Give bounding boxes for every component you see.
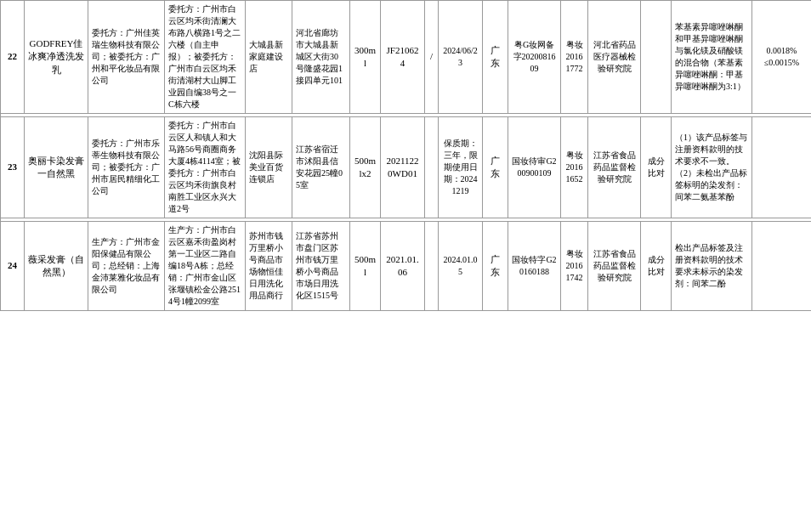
table-cell: 委托方：广州市白云区均禾街清澜大布路八横路1号之二六楼（自主申报）；被委托方：广… <box>165 1 246 114</box>
table-cell: 广东 <box>483 222 508 311</box>
table-cell: 生产方：广州市白云区嘉禾街盈岗村第一工业区二路自编18号A栋；总经销：广州市金山… <box>165 222 246 311</box>
table-cell: 江苏省宿迁市沭阳县信安花园25幢05室 <box>292 117 350 218</box>
table-cell: 2024.01.05 <box>439 222 483 311</box>
table-cell: 粤妆20161772 <box>561 1 588 114</box>
table-cell: 23 <box>1 117 25 218</box>
main-table: 22GODFREY佳冰爽净透洗发乳委托方：广州佳英瑞生物科技有限公司；被委托方：… <box>0 0 811 311</box>
table-cell: 江苏省苏州市盘门区苏州市钱万里桥小号商品市场日用洗化区1515号 <box>292 222 350 311</box>
table-cell: 生产方：广州市金阳保健品有限公司；总经销：上海金沛莱雅化妆品有限公司 <box>88 222 165 311</box>
table-cell: 粤G妆网备字2020081609 <box>508 1 561 114</box>
table-cell: 国妆待审G200900109 <box>508 117 561 218</box>
table-row: 24薇采发膏（自然黑）生产方：广州市金阳保健品有限公司；总经销：上海金沛莱雅化妆… <box>1 222 812 311</box>
table-cell: 广东 <box>483 1 508 114</box>
table-cell <box>752 222 812 311</box>
table-cell: 0.0018%≤0.0015% <box>752 1 812 114</box>
table-cell: 委托方：广州市乐蒂生物科技有限公司；被委托方：广州市居民精细化工公司 <box>88 117 165 218</box>
table-cell: 成分比对 <box>641 117 672 218</box>
table-cell: / <box>425 1 439 114</box>
table-cell: （1）该产品标签与注册资料款明的技术要求不一致。（2）未检出产品标签标明的染发剂… <box>672 117 752 218</box>
table-cell: 苏州市钱万里桥小号商品市场物恒佳日用洗化用品商行 <box>246 222 292 311</box>
table-cell: JF210624 <box>381 1 425 114</box>
table-cell <box>641 1 672 114</box>
table-cell: 2021.01.06 <box>381 222 425 311</box>
table-cell: 江苏省食品药品监督检验研究院 <box>588 117 641 218</box>
table-cell: 国妆特字G20160188 <box>508 222 561 311</box>
table-cell <box>752 117 812 218</box>
table-row: 23奥丽卡染发膏一自然黑委托方：广州市乐蒂生物科技有限公司；被委托方：广州市居民… <box>1 117 812 218</box>
table-cell: 22 <box>1 1 25 114</box>
table-cell: 大城县新家庭建设店 <box>246 1 292 114</box>
table-cell: 粤妆20161652 <box>561 117 588 218</box>
table-cell: 500mlx2 <box>350 117 381 218</box>
table-cell: 成分比对 <box>641 222 672 311</box>
table-cell <box>425 117 439 218</box>
table-cell: 24 <box>1 222 25 311</box>
table-cell: 保质期：三年，限期使用日期：20241219 <box>439 117 483 218</box>
table-cell: 河北省药品医疗器械检验研究院 <box>588 1 641 114</box>
table-cell: 沈阳县际美业百货连锁店 <box>246 117 292 218</box>
table-cell: 委托方：广州佳英瑞生物科技有限公司；被委托方：广州和平化妆品有限公司 <box>88 1 165 114</box>
table-cell: 江苏省食品药品监督检验研究院 <box>588 222 641 311</box>
table-cell: 广东 <box>483 117 508 218</box>
table-cell: 薇采发膏（自然黑） <box>25 222 88 311</box>
table-cell: 20211220WD01 <box>381 117 425 218</box>
table-cell: 300ml <box>350 1 381 114</box>
table-cell: 苯基素异噻唑啉酮和甲基异噻唑啉酮与氯化镁及硝酸镁的混合物（苯基素异噻唑啉酮：甲基… <box>672 1 752 114</box>
table-cell: 检出产品标签及注册资料款明的技术要求未标示的染发剂：间苯二酚 <box>672 222 752 311</box>
table-cell: 奥丽卡染发膏一自然黑 <box>25 117 88 218</box>
table-cell: GODFREY佳冰爽净透洗发乳 <box>25 1 88 114</box>
table-row: 22GODFREY佳冰爽净透洗发乳委托方：广州佳英瑞生物科技有限公司；被委托方：… <box>1 1 812 114</box>
table-cell: 2024/06/23 <box>439 1 483 114</box>
table-cell: 粤妆20161742 <box>561 222 588 311</box>
table-cell: 500ml <box>350 222 381 311</box>
table-cell: 委托方：广州市白云区人和镇人和大马路56号商圈商务大厦4栋4114室；被委托方：… <box>165 117 246 218</box>
table-cell <box>425 222 439 311</box>
table-cell: 河北省廊坊市大城县新城区大街30号隆盛花园1接四单元101 <box>292 1 350 114</box>
